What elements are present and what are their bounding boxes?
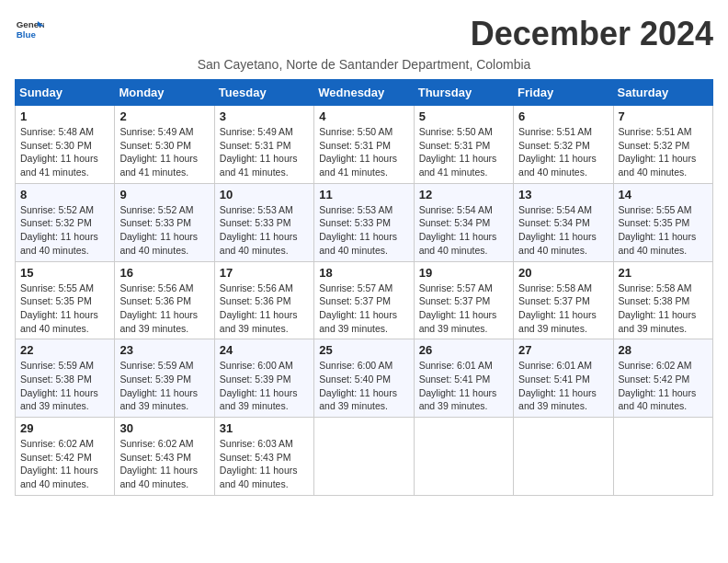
- day-number: 3: [220, 109, 309, 123]
- day-info: Sunrise: 5:54 AMSunset: 5:34 PMDaylight:…: [419, 204, 497, 256]
- day-info: Sunrise: 5:51 AMSunset: 5:32 PMDaylight:…: [518, 126, 597, 178]
- day-info: Sunrise: 5:57 AMSunset: 5:37 PMDaylight:…: [419, 282, 497, 334]
- day-info: Sunrise: 6:01 AMSunset: 5:41 PMDaylight:…: [518, 360, 597, 411]
- day-info: Sunrise: 5:53 AMSunset: 5:33 PMDaylight:…: [319, 204, 397, 256]
- calendar-cell: 9 Sunrise: 5:52 AMSunset: 5:33 PMDayligh…: [115, 183, 214, 261]
- day-number: 27: [518, 343, 608, 357]
- calendar-cell: [414, 418, 513, 496]
- day-info: Sunrise: 6:01 AMSunset: 5:41 PMDaylight:…: [419, 360, 497, 411]
- day-number: 16: [119, 266, 209, 280]
- day-info: Sunrise: 6:03 AMSunset: 5:43 PMDaylight:…: [220, 438, 298, 489]
- day-number: 30: [119, 421, 209, 435]
- calendar-cell: 19 Sunrise: 5:57 AMSunset: 5:37 PMDaylig…: [414, 261, 513, 339]
- logo-icon: General Blue: [15, 15, 44, 44]
- calendar-week-3: 15 Sunrise: 5:55 AMSunset: 5:35 PMDaylig…: [16, 261, 713, 339]
- day-info: Sunrise: 5:59 AMSunset: 5:39 PMDaylight:…: [119, 360, 198, 411]
- day-number: 9: [119, 188, 209, 201]
- day-number: 17: [220, 266, 309, 280]
- day-number: 19: [419, 266, 508, 280]
- svg-text:Blue: Blue: [17, 29, 37, 40]
- calendar-cell: [314, 418, 414, 496]
- calendar-cell: 20 Sunrise: 5:58 AMSunset: 5:37 PMDaylig…: [514, 261, 613, 339]
- calendar-cell: 2 Sunrise: 5:49 AMSunset: 5:30 PMDayligh…: [115, 106, 214, 184]
- day-info: Sunrise: 6:00 AMSunset: 5:39 PMDaylight:…: [220, 360, 298, 411]
- day-info: Sunrise: 5:49 AMSunset: 5:31 PMDaylight:…: [220, 126, 298, 178]
- calendar-week-2: 8 Sunrise: 5:52 AMSunset: 5:32 PMDayligh…: [16, 183, 713, 261]
- calendar-cell: 22 Sunrise: 5:59 AMSunset: 5:38 PMDaylig…: [16, 339, 115, 418]
- day-number: 21: [619, 266, 708, 280]
- calendar-cell: 18 Sunrise: 5:57 AMSunset: 5:37 PMDaylig…: [314, 261, 414, 339]
- title-block: December 2024: [471, 15, 713, 53]
- calendar-cell: 10 Sunrise: 5:53 AMSunset: 5:33 PMDaylig…: [214, 183, 313, 261]
- header-tuesday: Tuesday: [214, 80, 313, 106]
- day-info: Sunrise: 5:50 AMSunset: 5:31 PMDaylight:…: [319, 126, 397, 178]
- day-number: 28: [619, 343, 708, 357]
- day-number: 2: [119, 109, 209, 123]
- day-number: 5: [419, 109, 508, 123]
- day-number: 8: [20, 188, 109, 201]
- calendar-cell: 3 Sunrise: 5:49 AMSunset: 5:31 PMDayligh…: [214, 106, 313, 184]
- day-number: 29: [20, 421, 109, 435]
- day-number: 11: [319, 188, 408, 201]
- day-number: 31: [220, 421, 309, 435]
- calendar-cell: 28 Sunrise: 6:02 AMSunset: 5:42 PMDaylig…: [613, 339, 712, 418]
- day-info: Sunrise: 5:50 AMSunset: 5:31 PMDaylight:…: [419, 126, 497, 178]
- calendar-cell: 24 Sunrise: 6:00 AMSunset: 5:39 PMDaylig…: [214, 339, 313, 418]
- calendar-cell: 16 Sunrise: 5:56 AMSunset: 5:36 PMDaylig…: [115, 261, 214, 339]
- calendar-cell: 23 Sunrise: 5:59 AMSunset: 5:39 PMDaylig…: [115, 339, 214, 418]
- day-info: Sunrise: 5:57 AMSunset: 5:37 PMDaylight:…: [319, 282, 397, 334]
- calendar-cell: 8 Sunrise: 5:52 AMSunset: 5:32 PMDayligh…: [16, 183, 115, 261]
- day-info: Sunrise: 5:59 AMSunset: 5:38 PMDaylight:…: [20, 360, 98, 411]
- header-saturday: Saturday: [613, 80, 712, 106]
- calendar-cell: 11 Sunrise: 5:53 AMSunset: 5:33 PMDaylig…: [314, 183, 414, 261]
- calendar-cell: [514, 418, 613, 496]
- day-number: 25: [319, 343, 408, 357]
- calendar-table: SundayMondayTuesdayWednesdayThursdayFrid…: [15, 79, 713, 496]
- day-number: 12: [419, 188, 508, 201]
- calendar-cell: [613, 418, 712, 496]
- day-info: Sunrise: 5:58 AMSunset: 5:38 PMDaylight:…: [619, 282, 697, 334]
- day-number: 23: [119, 343, 209, 357]
- calendar-cell: 25 Sunrise: 6:00 AMSunset: 5:40 PMDaylig…: [314, 339, 414, 418]
- calendar-cell: 21 Sunrise: 5:58 AMSunset: 5:38 PMDaylig…: [613, 261, 712, 339]
- calendar-cell: 15 Sunrise: 5:55 AMSunset: 5:35 PMDaylig…: [16, 261, 115, 339]
- day-info: Sunrise: 6:02 AMSunset: 5:42 PMDaylight:…: [20, 438, 98, 489]
- day-number: 1: [20, 109, 109, 123]
- logo: General Blue: [15, 15, 44, 44]
- calendar-cell: 4 Sunrise: 5:50 AMSunset: 5:31 PMDayligh…: [314, 106, 414, 184]
- calendar-cell: 26 Sunrise: 6:01 AMSunset: 5:41 PMDaylig…: [414, 339, 513, 418]
- day-number: 26: [419, 343, 508, 357]
- day-info: Sunrise: 5:55 AMSunset: 5:35 PMDaylight:…: [619, 204, 697, 256]
- header-monday: Monday: [115, 80, 214, 106]
- day-number: 10: [220, 188, 309, 201]
- calendar-cell: 12 Sunrise: 5:54 AMSunset: 5:34 PMDaylig…: [414, 183, 513, 261]
- day-info: Sunrise: 6:02 AMSunset: 5:43 PMDaylight:…: [119, 438, 198, 489]
- day-number: 4: [319, 109, 408, 123]
- day-number: 18: [319, 266, 408, 280]
- day-info: Sunrise: 5:53 AMSunset: 5:33 PMDaylight:…: [220, 204, 298, 256]
- header-friday: Friday: [514, 80, 613, 106]
- header-wednesday: Wednesday: [314, 80, 414, 106]
- day-info: Sunrise: 5:48 AMSunset: 5:30 PMDaylight:…: [20, 126, 98, 178]
- day-info: Sunrise: 5:55 AMSunset: 5:35 PMDaylight:…: [20, 282, 98, 334]
- calendar-cell: 17 Sunrise: 5:56 AMSunset: 5:36 PMDaylig…: [214, 261, 313, 339]
- day-number: 15: [20, 266, 109, 280]
- calendar-cell: 30 Sunrise: 6:02 AMSunset: 5:43 PMDaylig…: [115, 418, 214, 496]
- day-number: 20: [518, 266, 608, 280]
- header-sunday: Sunday: [16, 80, 115, 106]
- calendar-cell: 29 Sunrise: 6:02 AMSunset: 5:42 PMDaylig…: [16, 418, 115, 496]
- calendar-cell: 5 Sunrise: 5:50 AMSunset: 5:31 PMDayligh…: [414, 106, 513, 184]
- day-number: 22: [20, 343, 109, 357]
- day-info: Sunrise: 5:56 AMSunset: 5:36 PMDaylight:…: [220, 282, 298, 334]
- day-info: Sunrise: 5:58 AMSunset: 5:37 PMDaylight:…: [518, 282, 597, 334]
- calendar-cell: 13 Sunrise: 5:54 AMSunset: 5:34 PMDaylig…: [514, 183, 613, 261]
- calendar-cell: 6 Sunrise: 5:51 AMSunset: 5:32 PMDayligh…: [514, 106, 613, 184]
- day-number: 24: [220, 343, 309, 357]
- calendar-week-4: 22 Sunrise: 5:59 AMSunset: 5:38 PMDaylig…: [16, 339, 713, 418]
- day-info: Sunrise: 6:00 AMSunset: 5:40 PMDaylight:…: [319, 360, 397, 411]
- calendar-cell: 31 Sunrise: 6:03 AMSunset: 5:43 PMDaylig…: [214, 418, 313, 496]
- day-info: Sunrise: 5:52 AMSunset: 5:33 PMDaylight:…: [119, 204, 198, 256]
- day-info: Sunrise: 5:52 AMSunset: 5:32 PMDaylight:…: [20, 204, 98, 256]
- day-info: Sunrise: 6:02 AMSunset: 5:42 PMDaylight:…: [619, 360, 697, 411]
- header-thursday: Thursday: [414, 80, 513, 106]
